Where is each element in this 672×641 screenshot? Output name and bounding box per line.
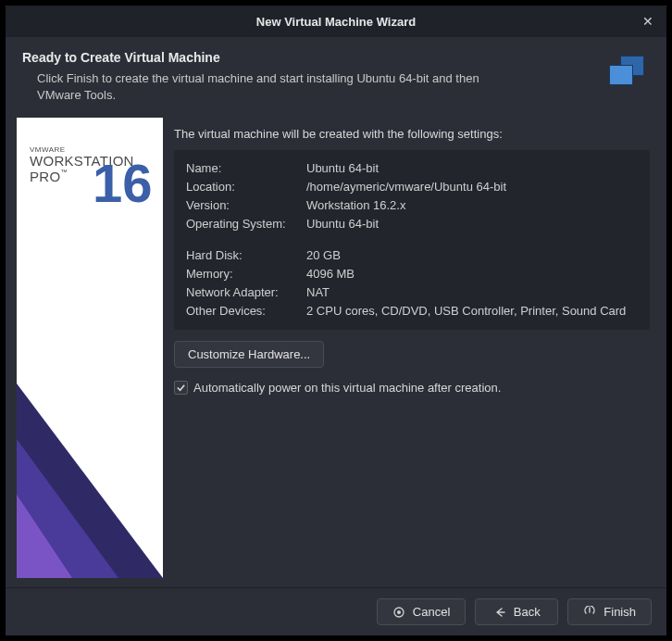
cancel-button[interactable]: Cancel: [377, 598, 466, 625]
decorative-triangles: [17, 282, 163, 578]
settings-row: Memory:4096 MB: [186, 264, 638, 283]
settings-key: Operating System:: [186, 214, 306, 233]
vm-icon: [605, 50, 650, 94]
brand-version: 16: [93, 157, 153, 210]
cancel-label: Cancel: [413, 605, 450, 619]
customize-hardware-button[interactable]: Customize Hardware...: [174, 341, 324, 368]
cancel-icon: [392, 606, 405, 619]
settings-value: 4096 MB: [306, 264, 638, 283]
settings-row: Location:/home/aymeric/vmware/Ubuntu 64-…: [186, 177, 638, 195]
settings-value: NAT: [306, 283, 638, 301]
finish-button[interactable]: Finish: [567, 598, 652, 625]
body: VMWARE WORKSTATION PRO™ 16 The virtual m…: [6, 118, 666, 578]
close-icon: ✕: [642, 14, 653, 29]
intro-text: The virtual machine will be created with…: [174, 127, 650, 141]
settings-value: 20 GB: [306, 245, 638, 264]
content-panel: The virtual machine will be created with…: [172, 118, 655, 578]
autopower-checkbox[interactable]: [174, 381, 188, 395]
footer: Cancel Back Finish: [6, 587, 666, 635]
settings-key: Version:: [186, 195, 306, 214]
settings-row: Version:Workstation 16.2.x: [186, 195, 638, 214]
back-label: Back: [514, 605, 541, 619]
header-heading: Ready to Create Virtual Machine: [22, 50, 596, 65]
settings-value: Ubuntu 64-bit: [306, 214, 638, 233]
close-button[interactable]: ✕: [629, 6, 666, 37]
sidebar-brand-panel: VMWARE WORKSTATION PRO™ 16: [17, 118, 163, 578]
settings-table: Name:Ubuntu 64-bitLocation:/home/aymeric…: [186, 158, 638, 320]
arrow-left-icon: [493, 606, 506, 619]
settings-summary: Name:Ubuntu 64-bitLocation:/home/aymeric…: [174, 150, 650, 330]
header-description: Click Finish to create the virtual machi…: [22, 70, 522, 103]
autopower-label: Automatically power on this virtual mach…: [193, 381, 501, 395]
check-icon: [176, 383, 186, 393]
settings-row: Other Devices:2 CPU cores, CD/DVD, USB C…: [186, 301, 638, 320]
wizard-window: New Virtual Machine Wizard ✕ Ready to Cr…: [6, 6, 666, 635]
settings-value: Ubuntu 64-bit: [306, 158, 638, 177]
svg-point-4: [397, 610, 401, 614]
settings-value: Workstation 16.2.x: [306, 195, 638, 214]
settings-row: Name:Ubuntu 64-bit: [186, 158, 638, 177]
settings-value: 2 CPU cores, CD/DVD, USB Controller, Pri…: [306, 301, 638, 320]
back-button[interactable]: Back: [475, 598, 558, 625]
settings-key: Name:: [186, 158, 306, 177]
autopower-row: Automatically power on this virtual mach…: [174, 381, 650, 395]
titlebar: New Virtual Machine Wizard ✕: [6, 6, 666, 37]
settings-value: /home/aymeric/vmware/Ubuntu 64-bit: [306, 177, 638, 195]
window-title: New Virtual Machine Wizard: [256, 15, 416, 29]
finish-icon: [583, 606, 596, 619]
settings-row: Operating System:Ubuntu 64-bit: [186, 214, 638, 233]
settings-key: Memory:: [186, 264, 306, 283]
settings-key: Location:: [186, 177, 306, 195]
header: Ready to Create Virtual Machine Click Fi…: [6, 37, 666, 118]
customize-hardware-label: Customize Hardware...: [188, 347, 310, 361]
settings-row: Hard Disk:20 GB: [186, 245, 638, 264]
settings-key: Network Adapter:: [186, 283, 306, 301]
settings-key: Hard Disk:: [186, 245, 306, 264]
settings-key: Other Devices:: [186, 301, 306, 320]
finish-label: Finish: [604, 605, 636, 619]
settings-row: Network Adapter:NAT: [186, 283, 638, 301]
